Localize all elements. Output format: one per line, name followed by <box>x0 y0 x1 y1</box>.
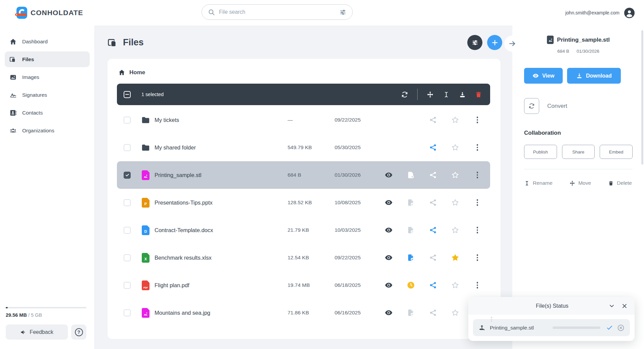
document-status-icon[interactable] <box>407 226 415 234</box>
document-status-icon[interactable] <box>407 199 415 207</box>
share-icon[interactable] <box>429 116 437 124</box>
favorite-icon[interactable] <box>451 226 459 234</box>
download-icon[interactable] <box>459 91 466 98</box>
view-settings-button[interactable] <box>467 35 482 50</box>
view-button[interactable]: View <box>524 68 563 84</box>
file-name[interactable]: My shared folder <box>155 144 288 151</box>
search-filter-icon[interactable] <box>339 9 346 16</box>
file-name[interactable]: Flight plan.pdf <box>155 282 288 289</box>
file-row[interactable]: PDFFlight plan.pdf19.74 MB06/18/2025 <box>117 271 490 299</box>
status-items: Printing_sample.stl <box>468 319 635 336</box>
file-row[interactable]: Mountains and sea.jpg71.86 KB06/16/2025 <box>117 299 490 326</box>
breadcrumb[interactable]: Home <box>117 69 490 76</box>
file-row[interactable]: Printing_sample.stl684 B01/30/2026 <box>117 161 490 189</box>
sidebar-item-signatures[interactable]: Signatures <box>5 87 90 103</box>
help-button[interactable]: ? <box>71 324 86 340</box>
share-icon[interactable] <box>429 309 437 317</box>
more-options-icon[interactable] <box>474 226 481 234</box>
sidebar-item-label: Contacts <box>22 110 43 116</box>
publish-button[interactable]: Publish <box>524 145 557 159</box>
add-file-button[interactable] <box>487 35 502 50</box>
download-button[interactable]: Download <box>567 68 621 84</box>
file-name[interactable]: Mountains and sea.jpg <box>155 310 288 316</box>
refresh-icon[interactable] <box>401 91 408 98</box>
delete-icon[interactable] <box>475 91 482 98</box>
avatar[interactable] <box>624 8 635 18</box>
document-status-icon[interactable] <box>407 171 415 179</box>
more-options-icon[interactable] <box>474 199 481 207</box>
scrollbar[interactable] <box>641 30 643 165</box>
sidebar-item-organizations[interactable]: Organizations <box>5 123 90 138</box>
sidebar-item-contacts[interactable]: Contacts <box>5 105 90 121</box>
preview-icon[interactable] <box>385 281 393 289</box>
row-checkbox[interactable] <box>124 227 131 234</box>
preview-icon[interactable] <box>385 226 393 234</box>
more-options-icon[interactable] <box>474 116 481 124</box>
feedback-button[interactable]: Feedback <box>6 324 68 340</box>
row-checkbox[interactable] <box>124 282 131 289</box>
share-icon[interactable] <box>429 143 437 151</box>
search-input[interactable] <box>219 9 335 15</box>
more-options-icon[interactable] <box>474 281 481 289</box>
pending-status-icon[interactable] <box>407 281 415 289</box>
close-icon[interactable] <box>621 303 628 309</box>
file-name[interactable]: Benchmark results.xlsx <box>155 255 288 261</box>
row-checkbox[interactable] <box>124 254 131 261</box>
file-row[interactable]: PPresentations-Tips.pptx128.52 KB10/08/2… <box>117 189 490 216</box>
file-name[interactable]: My tickets <box>155 117 288 123</box>
favorite-icon[interactable] <box>451 116 459 124</box>
row-checkbox[interactable] <box>124 144 131 151</box>
sidebar-item-images[interactable]: Images <box>5 69 90 85</box>
delete-button[interactable]: Delete <box>608 180 632 186</box>
sidebar-item-files[interactable]: Files <box>5 51 90 67</box>
favorite-icon[interactable] <box>451 199 459 207</box>
chevron-down-icon[interactable] <box>608 303 615 309</box>
move-button[interactable]: Move <box>569 180 591 186</box>
file-name[interactable]: Printing_sample.stl <box>155 172 288 178</box>
more-options-icon[interactable] <box>474 171 481 179</box>
favorite-icon[interactable] <box>451 171 459 179</box>
row-checkbox[interactable] <box>124 117 131 124</box>
share-icon[interactable] <box>429 171 437 179</box>
preview-icon[interactable] <box>385 171 393 179</box>
file-browser-card: Home 1 selected My tickets—09/22/2025My … <box>108 59 501 339</box>
share-icon[interactable] <box>429 254 437 262</box>
embed-button[interactable]: Embed <box>600 145 633 159</box>
file-search-box[interactable] <box>202 4 353 20</box>
file-row[interactable]: My shared folder549.79 KB05/30/2025 <box>117 134 490 161</box>
row-checkbox[interactable] <box>124 309 131 316</box>
convert-button[interactable]: Convert <box>524 98 633 114</box>
cancel-upload-icon[interactable] <box>617 324 625 332</box>
document-status-icon[interactable] <box>407 309 415 317</box>
sidebar-item-dashboard[interactable]: Dashboard <box>5 34 90 49</box>
file-row[interactable]: DContract-Template.docx21.79 KB10/03/202… <box>117 216 490 244</box>
more-options-icon[interactable] <box>474 143 481 151</box>
favorite-icon[interactable] <box>451 309 459 317</box>
row-checkbox[interactable] <box>124 172 131 179</box>
preview-icon[interactable] <box>385 309 393 317</box>
file-name[interactable]: Presentations-Tips.pptx <box>155 200 288 206</box>
preview-icon[interactable] <box>385 254 393 262</box>
move-icon[interactable] <box>427 91 434 98</box>
share-icon[interactable] <box>429 281 437 289</box>
favorite-icon[interactable] <box>451 254 459 262</box>
preview-icon[interactable] <box>385 199 393 207</box>
file-row[interactable]: XBenchmark results.xlsx12.54 KB09/22/202… <box>117 244 490 271</box>
app-logo[interactable]: CONHOLDATE <box>15 7 83 19</box>
share-button[interactable]: Share <box>562 145 595 159</box>
file-date: 05/30/2025 <box>335 144 378 150</box>
favorite-icon[interactable] <box>451 281 459 289</box>
rename-icon[interactable] <box>443 91 450 98</box>
more-options-icon[interactable] <box>474 254 481 262</box>
file-name[interactable]: Contract-Template.docx <box>155 227 288 233</box>
file-row[interactable]: My tickets—09/22/2025 <box>117 106 490 134</box>
select-all-checkbox[interactable] <box>124 91 131 98</box>
rename-button[interactable]: Rename <box>524 180 553 186</box>
row-checkbox[interactable] <box>124 199 131 206</box>
document-status-icon[interactable] <box>407 254 415 262</box>
collapse-panel-button[interactable] <box>504 36 520 52</box>
share-icon[interactable] <box>429 226 437 234</box>
share-icon[interactable] <box>429 199 437 207</box>
favorite-icon[interactable] <box>451 143 459 151</box>
file-date: 01/30/2026 <box>335 172 378 178</box>
